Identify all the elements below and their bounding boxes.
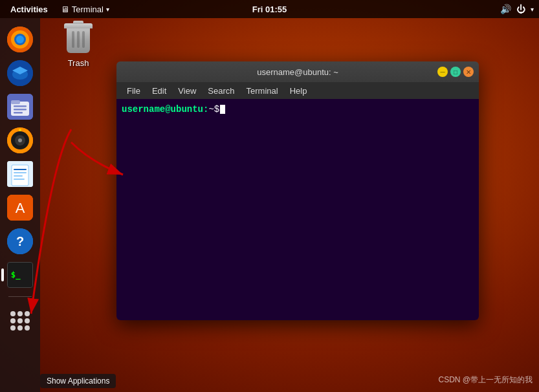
dock-item-firefox[interactable] [5,25,35,54]
terminal-prompt-line: username@ubuntu: ~$ [122,104,474,114]
dock-item-audio[interactable] [5,125,35,155]
trash-desktop-icon[interactable]: Trash [65,23,92,68]
svg-text:$_: $_ [11,270,21,280]
terminal-window-controls: ─ □ ✕ [437,67,474,77]
topbar-left: Activities 🖥 Terminal ▾ [5,3,115,16]
svg-rect-21 [14,172,27,173]
minimize-icon: ─ [440,69,445,76]
power-icon[interactable]: ⏻ [516,4,525,14]
activities-button[interactable]: Activities [5,3,53,16]
trash-visual [65,23,92,56]
store-icon: A [7,195,33,221]
files-icon [7,94,33,120]
firefox-icon [7,27,33,52]
svg-point-16 [18,138,22,142]
menu-edit[interactable]: Edit [147,85,171,97]
volume-icon[interactable]: 🔊 [500,4,511,14]
terminal-prompt-symbol: ~$ [208,104,219,114]
svg-rect-9 [11,100,20,104]
dock-item-writer[interactable] [5,159,35,189]
close-button[interactable]: ✕ [463,67,474,77]
dock-item-store[interactable]: A [5,193,35,223]
close-icon: ✕ [466,69,471,76]
svg-rect-10 [14,105,27,107]
terminal-cursor [220,105,225,114]
maximize-icon: □ [454,69,457,76]
help-icon: ? [7,228,33,254]
thunderbird-icon [7,60,33,86]
topbar-clock[interactable]: Fri 01:55 [252,5,287,14]
trash-body [67,28,90,53]
menu-terminal[interactable]: Terminal [241,85,283,97]
svg-rect-11 [14,109,27,111]
minimize-button[interactable]: ─ [437,67,448,77]
terminal-prompt-user: username@ubuntu: [122,104,208,114]
topbar-app-name: Terminal [72,5,104,14]
terminal-menubar: File Edit View Search Terminal Help [116,82,479,99]
audio-icon [7,127,33,153]
dock-item-files[interactable] [5,92,35,122]
grid-icon [10,311,30,331]
svg-text:A: A [16,200,25,216]
show-applications-label: Show Applications [40,374,116,388]
writer-icon [7,161,33,187]
trash-lid [64,23,93,28]
dock-item-terminal[interactable]: $_ [5,260,35,290]
desktop: Activities 🖥 Terminal ▾ Fri 01:55 🔊 ⏻ ▾ [0,0,539,392]
menu-help[interactable]: Help [285,85,313,97]
menu-view[interactable]: View [173,85,201,97]
dock-item-help[interactable]: ? [5,226,35,256]
svg-rect-22 [14,175,23,177]
topbar-app-indicator[interactable]: 🖥 Terminal ▾ [56,3,115,16]
dock-divider [8,296,32,297]
dock: A ? $_ [0,18,40,392]
terminal-titlebar: username@ubuntu: ~ ─ □ ✕ [116,61,479,82]
terminal-title-text: username@ubuntu: ~ [257,67,338,77]
topbar: Activities 🖥 Terminal ▾ Fri 01:55 🔊 ⏻ ▾ [0,0,539,18]
show-applications-button[interactable] [5,306,35,336]
terminal-body[interactable]: username@ubuntu: ~$ [116,99,479,320]
dock-item-thunderbird[interactable] [5,58,35,88]
topbar-right: 🔊 ⏻ ▾ [500,4,534,14]
svg-text:?: ? [16,234,24,248]
svg-rect-20 [14,169,27,170]
svg-point-3 [16,36,24,43]
svg-point-17 [19,129,21,131]
watermark: CSDN @带上一无所知的我 [438,375,533,386]
svg-rect-23 [14,179,25,180]
terminal-window: username@ubuntu: ~ ─ □ ✕ File Edit View … [116,61,479,320]
topbar-app-chevron: ▾ [106,6,109,13]
topbar-chevron-icon[interactable]: ▾ [531,6,534,13]
menu-search[interactable]: Search [203,85,239,97]
svg-rect-12 [14,112,23,114]
maximize-button[interactable]: □ [450,67,461,77]
trash-label: Trash [68,58,89,68]
menu-file[interactable]: File [122,85,146,97]
terminal-dock-icon: $_ [7,262,33,288]
